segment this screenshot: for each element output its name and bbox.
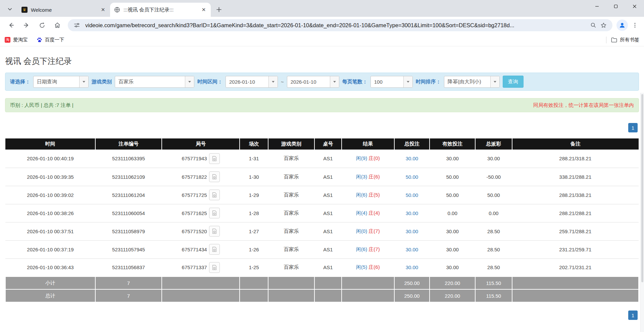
sort-combobox[interactable]: 降幂(由大到小)	[444, 76, 500, 88]
bookmark-baidu[interactable]: 百度一下	[37, 37, 64, 43]
table-row: 2026-01-10 00:38:26523111060054675771625…	[5, 204, 639, 222]
cell-time: 2026-01-10 00:40:19	[5, 150, 95, 168]
valid-bet-notice-text: 同局有效投注，统一计算在该局第一张注单内	[533, 102, 634, 109]
reload-icon[interactable]	[36, 19, 48, 32]
tab-welcome[interactable]: ♛ Welcome ✕	[17, 3, 110, 17]
cell-session: 1-27	[240, 222, 268, 240]
game-kind-value[interactable]: 百家乐	[115, 76, 185, 87]
col-header-result: 结果	[342, 138, 394, 150]
grand-total-payout: 115.50	[475, 289, 512, 302]
cell-bet-id: 523111056837	[95, 258, 162, 277]
chevron-down-icon[interactable]	[403, 76, 412, 87]
total-bet-link[interactable]: 30.00	[406, 229, 418, 234]
cell-total-bet: 30.00	[394, 240, 430, 258]
sort-label: 时间排序：	[416, 79, 441, 85]
all-bookmarks-button[interactable]: 所有书签	[611, 37, 639, 43]
forward-icon[interactable]	[20, 19, 33, 32]
total-bet-link[interactable]: 30.00	[406, 210, 418, 216]
bookmark-aitaobao[interactable]: 淘 爱淘宝	[5, 37, 28, 43]
query-button[interactable]: 查询	[503, 76, 524, 88]
total-bet-link[interactable]: 50.00	[406, 174, 418, 180]
cell-bet-id: 523111063395	[95, 150, 162, 168]
chevron-down-icon[interactable]	[490, 76, 499, 87]
cell-time: 2026-01-10 00:37:51	[5, 222, 95, 240]
chevron-down-icon[interactable]	[185, 76, 194, 87]
result-player: 闲(5)	[356, 264, 367, 270]
browser-menu-icon[interactable]	[629, 19, 641, 31]
date-end-combobox[interactable]: 2026-01-10	[287, 76, 339, 88]
date-start-combobox[interactable]: 2026-01-10	[226, 76, 278, 88]
col-header-valid-bet: 有效投注	[430, 138, 475, 150]
cell-table: AS1	[314, 204, 342, 222]
video-replay-icon[interactable]	[209, 171, 220, 182]
total-bet-link[interactable]: 30.00	[406, 247, 418, 252]
close-tab-icon[interactable]: ✕	[99, 6, 107, 13]
page-1-button[interactable]: 1	[628, 123, 638, 132]
minimize-button[interactable]	[588, 0, 606, 13]
per-page-label: 每页笔数：	[342, 79, 367, 85]
tab-title: :::视讯 会员下注纪录:::	[123, 7, 200, 13]
video-replay-icon[interactable]	[209, 262, 220, 273]
cell-round: 675771822	[162, 168, 240, 186]
cell-total-bet: 30.00	[394, 150, 430, 168]
url-bar[interactable]: videoie.com/game/betrecord_search/kind3?…	[68, 19, 612, 31]
date-separator: ~	[281, 79, 284, 85]
cell-result: 闲(5) 庄(6)	[342, 258, 394, 277]
game-kind-combobox[interactable]: 百家乐	[115, 76, 194, 88]
site-settings-icon[interactable]	[72, 20, 82, 30]
date-end-value[interactable]: 2026-01-10	[287, 76, 330, 87]
video-replay-icon[interactable]	[209, 190, 220, 200]
col-header-note: 备注	[512, 138, 639, 150]
chevron-down-icon[interactable]	[79, 76, 88, 87]
video-replay-icon[interactable]	[209, 244, 220, 255]
close-window-button[interactable]	[625, 0, 644, 13]
back-icon[interactable]	[5, 19, 17, 32]
cell-bet-id: 523111061204	[95, 186, 162, 204]
tab-search-chevron-icon[interactable]	[5, 4, 15, 14]
scrollbar-thumb[interactable]	[641, 94, 643, 282]
page-1-button[interactable]: 1	[628, 310, 638, 320]
total-bet-link[interactable]: 50.00	[406, 192, 418, 198]
chevron-down-icon[interactable]	[268, 76, 278, 87]
sort-value[interactable]: 降幂(由大到小)	[444, 76, 490, 87]
tab-bet-records[interactable]: :::视讯 会员下注纪录::: ✕	[110, 3, 211, 17]
query-mode-value[interactable]: 日期查询	[34, 76, 79, 87]
page-scrollbar[interactable]	[640, 93, 644, 332]
cell-bet-id: 523111057945	[95, 240, 162, 258]
profile-avatar[interactable]	[616, 19, 628, 31]
cell-session: 1-30	[240, 168, 268, 186]
col-header-payout: 总派彩	[475, 138, 512, 150]
cell-session: 1-31	[240, 150, 268, 168]
close-tab-icon[interactable]: ✕	[200, 6, 207, 13]
home-icon[interactable]	[51, 19, 64, 32]
zoom-icon[interactable]	[588, 20, 598, 30]
bookmark-label: 百度一下	[45, 37, 64, 43]
video-replay-icon[interactable]	[209, 226, 220, 237]
cell-game: 百家乐	[268, 168, 314, 186]
per-page-value[interactable]: 100	[371, 76, 403, 87]
total-bet-link[interactable]: 30.00	[406, 264, 418, 270]
query-mode-combobox[interactable]: 日期查询	[33, 76, 89, 88]
new-tab-icon[interactable]	[213, 4, 224, 15]
col-header-table: 桌号	[314, 138, 342, 150]
date-start-value[interactable]: 2026-01-10	[226, 76, 268, 87]
url-text[interactable]: videoie.com/game/betrecord_search/kind3?…	[85, 22, 588, 29]
video-replay-icon[interactable]	[209, 153, 220, 164]
total-bet-link[interactable]: 30.00	[406, 156, 418, 161]
chevron-down-icon[interactable]	[330, 76, 339, 87]
video-replay-icon[interactable]	[209, 208, 220, 218]
maximize-button[interactable]	[606, 0, 625, 13]
table-body: 2026-01-10 00:40:19523111063395675771943…	[5, 150, 639, 277]
cell-result: 闲(6) 庄(5)	[342, 186, 394, 204]
currency-total-text: 币别 : 人民币 | 总共 :7 注单 |	[10, 102, 73, 109]
bookmark-star-icon[interactable]	[598, 20, 608, 30]
cell-time: 2026-01-10 00:39:35	[5, 168, 95, 186]
cell-game: 百家乐	[268, 258, 314, 277]
cell-payout: 28.50	[475, 222, 512, 240]
cell-valid-bet: 50.00	[430, 168, 475, 186]
cell-table: AS1	[314, 150, 342, 168]
result-player: 闲(9)	[356, 155, 367, 161]
per-page-combobox[interactable]: 100	[370, 76, 413, 88]
cell-result: 闲(3) 庄(6)	[342, 168, 394, 186]
col-header-bet-id: 注单编号	[95, 138, 162, 150]
